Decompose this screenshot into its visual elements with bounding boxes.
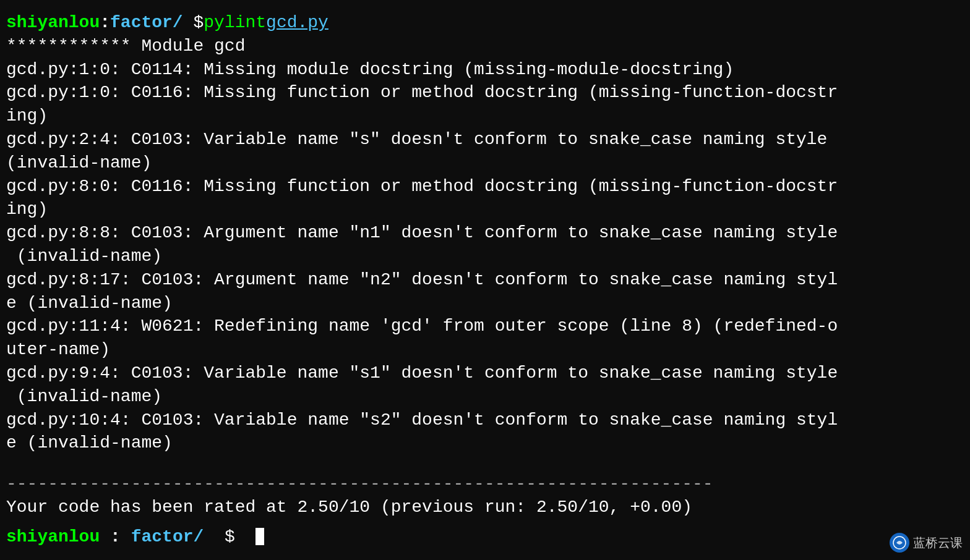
output-line-13: uter-name) — [6, 338, 964, 362]
output-line-6: gcd.py:8:0: C0116: Missing function or m… — [6, 175, 964, 198]
terminal-window: shiyanlou : factor/ $ pylint gcd.py ****… — [0, 0, 970, 560]
output-line-2: gcd.py:1:0: C0116: Missing function or m… — [6, 81, 964, 104]
output-line-11: e (invalid-name) — [6, 292, 964, 315]
watermark: 蓝桥云课 — [890, 533, 963, 553]
cursor — [255, 528, 264, 545]
output-line-16: gcd.py:10:4: C0103: Variable name "s2" d… — [6, 409, 964, 432]
output-line-12: gcd.py:11:4: W0621: Redefining name 'gcd… — [6, 315, 964, 338]
prompt-path: factor/ — [110, 11, 183, 35]
prompt-user: shiyanlou — [6, 11, 100, 35]
output-line-7: ing) — [6, 198, 964, 221]
next-prompt-user: shiyanlou — [6, 527, 100, 546]
output-line-14: gcd.py:9:4: C0103: Variable name "s1" do… — [6, 362, 964, 385]
prompt-command: pylint — [204, 11, 266, 35]
rating-line: Your code has been rated at 2.50/10 (pre… — [6, 496, 964, 519]
output-line-17: e (invalid-name) — [6, 431, 964, 455]
output-line-5: (invalid-name) — [6, 151, 964, 175]
cursor-line: shiyanlou : factor/ $ — [6, 525, 964, 549]
output-line-0: ************ Module gcd — [6, 35, 964, 58]
output-line-8: gcd.py:8:8: C0103: Argument name "n1" do… — [6, 221, 964, 245]
separator-line: ----------------------------------------… — [6, 472, 964, 496]
next-prompt-path: factor/ — [131, 527, 204, 546]
blank-line — [6, 455, 964, 472]
output-line-4: gcd.py:2:4: C0103: Variable name "s" doe… — [6, 128, 964, 151]
output-block: ************ Module gcd gcd.py:1:0: C011… — [6, 35, 964, 455]
output-line-1: gcd.py:1:0: C0114: Missing module docstr… — [6, 58, 964, 82]
prompt-arg: gcd.py — [266, 11, 328, 35]
prompt-dollar: $ — [183, 11, 204, 35]
prompt-line: shiyanlou : factor/ $ pylint gcd.py — [6, 11, 964, 35]
watermark-text: 蓝桥云课 — [913, 535, 963, 551]
output-line-3: ing) — [6, 104, 964, 128]
prompt-colon: : — [100, 11, 110, 35]
output-line-9: (invalid-name) — [6, 245, 964, 268]
watermark-icon — [890, 533, 909, 553]
output-line-10: gcd.py:8:17: C0103: Argument name "n2" d… — [6, 268, 964, 292]
output-line-15: (invalid-name) — [6, 385, 964, 409]
